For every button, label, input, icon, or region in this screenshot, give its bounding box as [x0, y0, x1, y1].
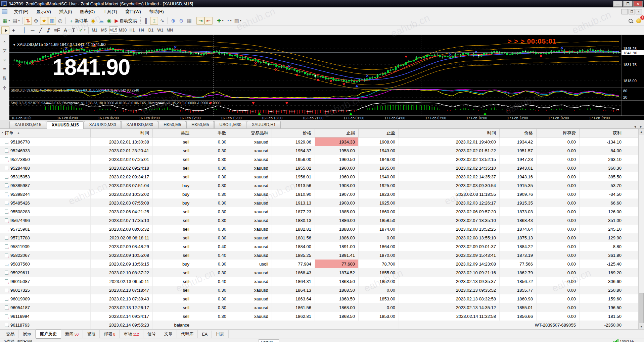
templates-button[interactable]: ▨▾: [233, 17, 243, 25]
signals-button[interactable]: ◉: [105, 17, 113, 25]
timeframe-M15[interactable]: M15: [109, 26, 118, 34]
market-watch-button[interactable]: ⇅: [24, 17, 32, 25]
history-row[interactable]: ↓960150872023.02.13 06:50:11sell0.40xauu…: [0, 277, 644, 286]
chart-shift-button[interactable]: ⇤: [204, 17, 213, 25]
column-header-1[interactable]: 时间: [91, 129, 153, 137]
timeframe-H1[interactable]: H1: [128, 26, 137, 34]
terminal-tab-新闻[interactable]: 新闻50: [61, 330, 83, 338]
history-row[interactable]: ↓960173252023.02.13 07:18:47sell0.30xauu…: [0, 286, 644, 294]
scroll-down-icon[interactable]: ▼: [639, 324, 644, 329]
zoom-out-button[interactable]: ⊖: [177, 17, 185, 25]
history-row[interactable]: ↓952844882023.02.02 09:24:18sell0.30xauu…: [0, 164, 644, 172]
line-chart-button[interactable]: ∿: [158, 17, 166, 25]
auto-scroll-button[interactable]: ⇥: [196, 17, 204, 25]
dock-glyph-5[interactable]: 个: [0, 86, 9, 91]
close-button[interactable]: ✕: [633, 1, 643, 7]
profiles-button[interactable]: ▤▾: [11, 17, 21, 25]
dock-glyph-2[interactable]: ×: [0, 58, 9, 62]
timeframe-M30[interactable]: M30: [118, 26, 128, 34]
text-label-button[interactable]: T: [70, 26, 78, 34]
data-window-button[interactable]: ⊕: [32, 17, 40, 25]
column-header-10[interactable]: 库存费: [537, 129, 580, 137]
history-row[interactable]: ↓961169942023.02.14 09:34:17sell0.30xauu…: [0, 312, 644, 321]
menu-item-3[interactable]: 图表(C): [76, 8, 99, 15]
history-row[interactable]: ↑954854262023.02.03 07:55:08buy0.30xauus…: [0, 198, 644, 207]
chart-tab-0[interactable]: XAUUSD,M15: [9, 121, 46, 128]
chart-tab-7[interactable]: XAUUSD,H1: [247, 121, 281, 128]
chart-tab-1[interactable]: XAUUSD,M15: [47, 121, 84, 129]
history-row[interactable]: ↓960190892023.02.13 07:39:43sell0.30xauu…: [0, 294, 644, 303]
tile-windows-button[interactable]: ▦: [185, 17, 193, 25]
terminal-tab-代码库[interactable]: 代码库: [177, 330, 198, 338]
terminal-tab-警报[interactable]: 警报: [83, 330, 100, 338]
chart-tab-2[interactable]: XAUUSD,M30: [84, 121, 121, 128]
profile-selector[interactable]: Default: [259, 339, 279, 342]
tab-scroll-left-icon[interactable]: ◄: [632, 125, 638, 128]
bar-chart-button[interactable]: ║: [142, 17, 150, 25]
column-header-7[interactable]: 止盈: [359, 129, 399, 137]
timeframe-M1[interactable]: M1: [90, 26, 99, 34]
history-row[interactable]: ↓959296112023.02.10 08:37:22sell0.30xauu…: [0, 268, 644, 277]
candlestick-chart-button[interactable]: ⌶: [150, 17, 158, 25]
terminal-tab-市场[interactable]: 市场112: [120, 330, 143, 338]
history-row[interactable]: ↓957159012023.02.08 08:05:32sell0.30xauu…: [0, 225, 644, 233]
cursor-button[interactable]: ▲: [1, 26, 9, 34]
child-minimize-button[interactable]: –: [622, 9, 628, 14]
column-header-8[interactable]: 时间: [399, 129, 500, 137]
equidistant-channel-button[interactable]: ∥: [45, 26, 53, 34]
history-row[interactable]: ↓953150532023.02.02 09:34:17sell0.30xauu…: [0, 172, 644, 181]
trendline-button[interactable]: ╱: [37, 26, 45, 34]
scroll-up-icon[interactable]: ▲: [639, 129, 644, 134]
terminal-tab-账户历史[interactable]: 账户历史: [36, 330, 61, 339]
terminal-tab-EA[interactable]: EA: [198, 331, 212, 338]
column-header-11[interactable]: 获利: [580, 129, 625, 137]
history-row[interactable]: ↓955082832023.02.06 04:21:25sell0.30xauu…: [0, 207, 644, 216]
strategy-tester-button[interactable]: ◴: [56, 17, 64, 25]
metaeditor-button[interactable]: ◆: [89, 17, 97, 25]
dock-glyph-3[interactable]: ≣: [0, 67, 9, 71]
indicators-button[interactable]: ✚▾: [216, 17, 225, 25]
history-row[interactable]: ↓958220672023.02.09 10:55:08sell0.40xauu…: [0, 251, 644, 260]
child-restore-button[interactable]: ❐: [629, 9, 635, 14]
vertical-line-button[interactable]: │: [20, 26, 29, 34]
periods-button[interactable]: ◔▾: [225, 17, 233, 25]
timeframe-H4[interactable]: H4: [137, 26, 146, 34]
child-close-button[interactable]: ×: [636, 9, 642, 14]
column-header-9[interactable]: 价格: [500, 129, 537, 137]
menu-item-2[interactable]: 插入(I): [55, 8, 76, 15]
history-row[interactable]: ↑953982442023.02.03 10:35:02buy0.30xauus…: [0, 190, 644, 198]
chart-area[interactable]: ×艾×≣吕个 1845.251831.751818.001841.908020S…: [0, 35, 644, 120]
timeframe-D1[interactable]: D1: [146, 26, 156, 34]
timeframe-M5[interactable]: M5: [99, 26, 109, 34]
navigator-button[interactable]: ★: [40, 17, 48, 25]
timeframe-MN[interactable]: MN: [165, 26, 175, 34]
chart-canvas[interactable]: 1845.251831.751818.001841.908020Sto(8,3,…: [9, 35, 644, 120]
chart-tab-4[interactable]: HK50,M5: [158, 121, 186, 128]
horizontal-line-button[interactable]: ─: [29, 26, 37, 34]
history-row[interactable]: ↑953859872023.02.03 07:51:04buy0.30xauus…: [0, 181, 644, 190]
history-row[interactable]: ↓956744962023.02.07 17:35:10sell0.30xauu…: [0, 216, 644, 225]
chart-tab-6[interactable]: USOIL,M30: [214, 121, 246, 128]
column-header-0[interactable]: 订单▲: [0, 129, 91, 137]
dock-glyph-4[interactable]: 吕: [0, 76, 9, 81]
text-button[interactable]: A: [61, 26, 70, 34]
balance-row[interactable]: •961187632023.02.14 09:55:23balanceWT-28…: [0, 321, 644, 329]
terminal-tab-邮箱[interactable]: 邮箱8: [100, 330, 120, 338]
menu-item-5[interactable]: 窗口(W): [121, 8, 145, 15]
column-header-4[interactable]: 交易品种: [230, 129, 272, 137]
maximize-button[interactable]: ❐: [623, 1, 633, 7]
new-chart-button[interactable]: ▦▾: [1, 17, 11, 25]
notifications-button[interactable]: 1: [635, 17, 643, 25]
history-row[interactable]: ↓957177882023.02.08 08:18:11sell0.30xauu…: [0, 233, 644, 242]
terminal-tab-文章[interactable]: 文章: [160, 330, 177, 338]
terminal-tab-日志[interactable]: 日志: [212, 330, 229, 338]
docked-panel-strip[interactable]: ×艾×≣吕个: [0, 35, 9, 120]
terminal-tab-展示[interactable]: 展示: [19, 330, 36, 338]
new-order-button[interactable]: ＋新订单: [67, 17, 89, 25]
column-header-6[interactable]: 止损: [315, 129, 359, 137]
minimize-button[interactable]: —: [613, 1, 623, 7]
autotrading-button[interactable]: ▶自动交易: [113, 17, 138, 25]
chart-tab-5[interactable]: HK50,M5: [186, 121, 214, 128]
menu-item-4[interactable]: 工具(T): [99, 8, 121, 15]
timeframe-W1[interactable]: W1: [156, 26, 165, 34]
